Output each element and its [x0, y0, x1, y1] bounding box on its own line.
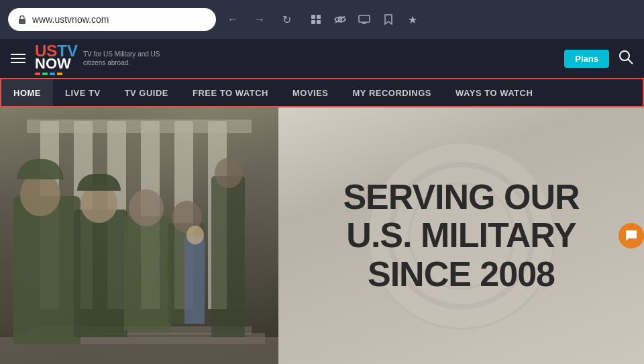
plans-button[interactable]: Plans	[564, 50, 609, 68]
svg-rect-0	[19, 19, 25, 24]
forward-button[interactable]: →	[250, 9, 270, 30]
grid-icon[interactable]	[306, 9, 326, 30]
header-left: USTV NOW TV for US Military and US citiz…	[11, 42, 164, 75]
site-header: USTV NOW TV for US Military and US citiz…	[0, 39, 644, 78]
extension-icons: ★	[306, 9, 423, 30]
hero-text-block: SERVING OUR U.S. MILITARY SINCE 2008	[329, 165, 592, 307]
nav-live-tv[interactable]: LIVE TV	[53, 79, 113, 106]
svg-rect-7	[359, 15, 370, 22]
logo-bar	[35, 73, 78, 75]
svg-rect-4	[317, 20, 321, 24]
svg-point-10	[620, 51, 629, 60]
tv-icon[interactable]	[354, 9, 374, 30]
hero-title-line2: U.S. MILITARY	[343, 216, 579, 255]
svg-rect-1	[311, 15, 315, 19]
header-right: Plans	[564, 50, 633, 68]
nav-my-recordings[interactable]: MY RECORDINGS	[341, 79, 444, 106]
hamburger-menu[interactable]	[11, 54, 25, 63]
hero-title-line1: SERVING OUR	[343, 178, 579, 216]
bookmark-icon[interactable]	[378, 9, 398, 30]
back-button[interactable]: ←	[223, 9, 243, 30]
lock-icon	[17, 15, 27, 24]
svg-rect-3	[311, 20, 315, 24]
eye-icon[interactable]	[330, 9, 350, 30]
chat-button[interactable]	[619, 223, 644, 248]
hero-right-content: SERVING OUR U.S. MILITARY SINCE 2008	[278, 107, 644, 364]
url-text: www.ustvnow.com	[32, 14, 109, 25]
logo-tagline: TV for US Military and US citizens abroa…	[83, 50, 164, 67]
hero-title-line3: SINCE 2008	[343, 255, 579, 293]
search-button[interactable]	[619, 50, 633, 68]
svg-rect-2	[317, 15, 321, 19]
address-bar[interactable]: www.ustvnow.com	[8, 8, 216, 31]
nav-ways-to-watch[interactable]: WAYS TO WATCH	[443, 79, 545, 106]
refresh-button[interactable]: ↻	[276, 9, 297, 30]
hero-left-image	[0, 107, 278, 364]
logo-area[interactable]: USTV NOW TV for US Military and US citiz…	[35, 42, 164, 75]
nav-free-to-watch[interactable]: FREE TO WATCH	[180, 79, 280, 106]
svg-line-11	[628, 59, 633, 64]
browser-chrome: www.ustvnow.com ← → ↻	[0, 0, 644, 39]
nav-tv-guide[interactable]: TV GUIDE	[113, 79, 180, 106]
site-nav: HOME LIVE TV TV GUIDE FREE TO WATCH MOVI…	[0, 78, 644, 107]
star-icon[interactable]: ★	[402, 9, 423, 30]
nav-movies[interactable]: MOVIES	[280, 79, 341, 106]
nav-home[interactable]: HOME	[1, 79, 53, 106]
hero-section: SERVING OUR U.S. MILITARY SINCE 2008	[0, 107, 644, 364]
